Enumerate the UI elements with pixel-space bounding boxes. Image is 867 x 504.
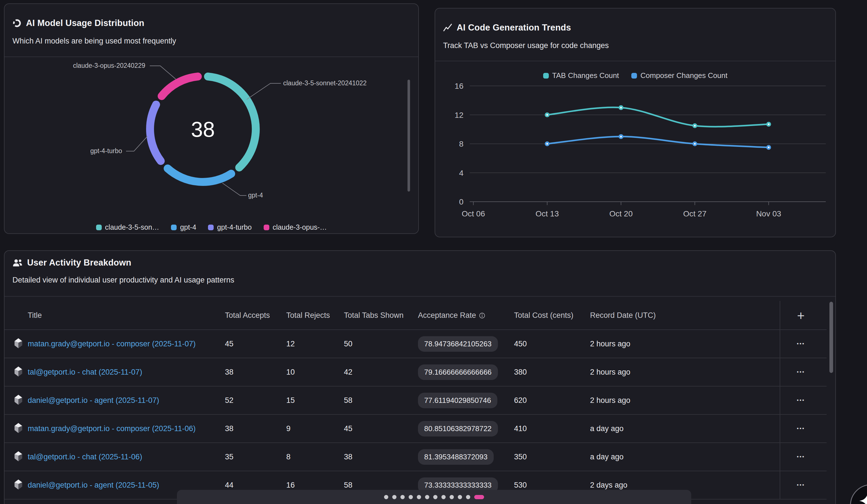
cell-record-date: 2 hours ago <box>590 368 780 377</box>
pagination-dot[interactable] <box>392 495 396 499</box>
row-title-link[interactable]: daniel@getport.io - agent (2025-11-07) <box>28 396 159 405</box>
table-row: tal@getport.io - chat (2025-11-07) 38 10… <box>4 358 827 386</box>
line-chart: 0481216Oct 06Oct 13Oct 20Oct 27Nov 03 <box>435 80 836 238</box>
acceptance-rate-badge: 81.3953488372093 <box>418 449 494 465</box>
cell-total-cost: 620 <box>514 396 590 405</box>
pagination-dot[interactable] <box>384 495 388 499</box>
add-column-button[interactable]: + <box>797 309 805 322</box>
line-chart-legend: TAB Changes Count Composer Changes Count <box>435 71 835 80</box>
row-menu-button[interactable]: ••• <box>797 426 805 432</box>
pagination-dot-active[interactable] <box>474 495 484 499</box>
legend-item-composer-changes[interactable]: Composer Changes Count <box>631 71 727 80</box>
pagination-dot[interactable] <box>458 495 462 499</box>
pagination-dot[interactable] <box>450 495 454 499</box>
row-title-link[interactable]: daniel@getport.io - agent (2025-11-05) <box>28 481 159 489</box>
svg-text:12: 12 <box>455 111 463 119</box>
pagination-dot[interactable] <box>441 495 446 499</box>
col-total-cost[interactable]: Total Cost (cents) <box>514 311 590 320</box>
svg-text:Oct 06: Oct 06 <box>462 210 485 218</box>
code-trends-card: AI Code Generation Trends Track TAB vs C… <box>435 8 836 237</box>
cell-total-cost: 410 <box>514 424 590 433</box>
cell-record-date: 2 hours ago <box>590 396 780 405</box>
acceptance-rate-badge: 80.85106382978722 <box>418 421 498 437</box>
row-title-link[interactable]: tal@getport.io - chat (2025-11-06) <box>28 453 142 461</box>
svg-text:Oct 13: Oct 13 <box>536 210 559 218</box>
col-total-tabs-shown[interactable]: Total Tabs Shown <box>344 311 418 320</box>
row-menu-button[interactable]: ••• <box>797 397 805 404</box>
add-column-cell: + <box>780 301 822 330</box>
info-icon[interactable] <box>479 312 485 319</box>
pagination-dots <box>384 495 484 499</box>
cell-total-rejects: 15 <box>286 396 344 405</box>
cell-total-tabs-shown: 38 <box>344 453 418 461</box>
col-total-rejects[interactable]: Total Rejects <box>286 311 344 320</box>
entity-gem-icon <box>13 451 23 462</box>
divider <box>4 296 835 297</box>
ai-assistant-button[interactable] <box>850 484 867 504</box>
legend-item-gpt-4[interactable]: gpt-4 <box>171 223 196 232</box>
cell-total-tabs-shown: 50 <box>344 340 418 348</box>
table-row: tal@getport.io - chat (2025-11-06) 35 8 … <box>4 443 827 471</box>
table-scrollbar[interactable] <box>829 302 833 373</box>
card-subtitle: Which AI models are being used most freq… <box>12 37 176 45</box>
card-title: AI Code Generation Trends <box>457 23 571 33</box>
pagination-dot[interactable] <box>409 495 413 499</box>
svg-text:8: 8 <box>459 140 463 148</box>
row-menu-button[interactable]: ••• <box>797 454 805 460</box>
legend-item-claude-3-opus[interactable]: claude-3-opus-… <box>264 223 327 232</box>
donut-label-gpt-4: gpt-4 <box>248 192 263 199</box>
donut-label-claude-3-5-sonnet: claude-3-5-sonnet-20241022 <box>283 79 366 87</box>
legend-item-tab-changes[interactable]: TAB Changes Count <box>543 71 619 80</box>
svg-text:Nov 03: Nov 03 <box>756 210 781 218</box>
donut-label-claude-3-opus: claude-3-opus-20240229 <box>73 62 145 69</box>
bottom-pagination-bar <box>177 490 691 504</box>
pagination-dot[interactable] <box>425 495 429 499</box>
cell-total-cost: 450 <box>514 340 590 348</box>
cell-total-accepts: 45 <box>225 340 286 348</box>
cell-total-accepts: 52 <box>225 396 286 405</box>
row-menu-button[interactable]: ••• <box>797 369 805 375</box>
legend-item-claude-3-5-sonnet[interactable]: claude-3-5-son… <box>96 223 159 232</box>
row-menu-button[interactable]: ••• <box>797 341 805 347</box>
table-body: matan.grady@getport.io - composer (2025-… <box>4 330 827 500</box>
svg-text:Oct 27: Oct 27 <box>683 210 706 218</box>
pagination-dot[interactable] <box>433 495 437 499</box>
cell-total-accepts: 44 <box>225 481 286 490</box>
row-title-link[interactable]: matan.grady@getport.io - composer (2025-… <box>28 340 195 348</box>
legend-swatch <box>171 225 176 230</box>
row-title-link[interactable]: tal@getport.io - chat (2025-11-07) <box>28 368 142 376</box>
donut-label-gpt-4-turbo: gpt-4-turbo <box>90 147 122 155</box>
svg-text:16: 16 <box>455 82 463 90</box>
pagination-dot[interactable] <box>466 495 470 499</box>
cell-total-tabs-shown: 58 <box>344 396 418 405</box>
legend-item-gpt-4-turbo[interactable]: gpt-4-turbo <box>208 223 251 232</box>
cell-total-cost: 380 <box>514 368 590 377</box>
col-acceptance-rate[interactable]: Acceptance Rate <box>418 311 514 320</box>
row-menu-button[interactable]: ••• <box>797 482 805 488</box>
card-subtitle: Detailed view of individual user product… <box>12 276 234 285</box>
acceptance-rate-badge: 78.94736842105263 <box>418 336 498 352</box>
donut-chart-icon <box>12 19 21 28</box>
table-row: matan.grady@getport.io - composer (2025-… <box>4 330 827 358</box>
cell-record-date: a day ago <box>590 453 780 461</box>
row-title-link[interactable]: matan.grady@getport.io - composer (2025-… <box>28 424 195 433</box>
legend-swatch <box>543 73 549 78</box>
svg-text:Oct 20: Oct 20 <box>609 210 632 218</box>
pagination-dot[interactable] <box>417 495 421 499</box>
svg-text:4: 4 <box>459 169 463 178</box>
card-title: User Activity Breakdown <box>27 258 131 268</box>
cell-record-date: 2 hours ago <box>590 340 780 348</box>
card-title: AI Model Usage Distribution <box>26 18 144 28</box>
card-scrollbar[interactable] <box>407 80 410 192</box>
donut-legend: claude-3-5-son… gpt-4 gpt-4-turbo claude… <box>4 223 418 232</box>
legend-swatch <box>264 225 269 230</box>
cell-total-rejects: 8 <box>286 453 344 461</box>
col-total-accepts[interactable]: Total Accepts <box>225 311 286 320</box>
col-title[interactable]: Title <box>28 311 225 320</box>
cell-total-rejects: 16 <box>286 481 344 490</box>
pagination-dot[interactable] <box>400 495 405 499</box>
entity-gem-icon <box>13 394 23 405</box>
entity-gem-icon <box>13 366 23 377</box>
divider <box>435 61 835 61</box>
col-record-date[interactable]: Record Date (UTC) <box>590 311 780 320</box>
